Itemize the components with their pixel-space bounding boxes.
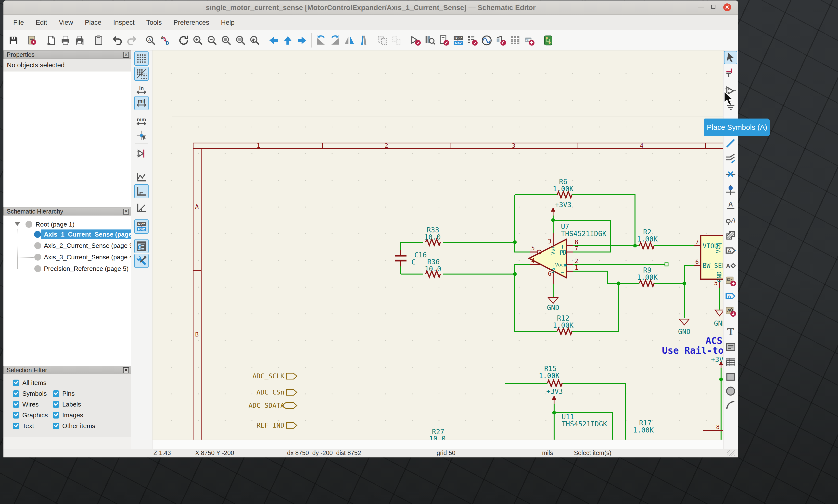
rotate-cw-icon[interactable] — [328, 33, 342, 48]
schematic-text[interactable]: 1.00K — [539, 372, 560, 380]
annotate-auto-icon[interactable]: R??R42 — [134, 219, 149, 234]
window-titlebar[interactable]: single_motor_current_sense [MotorControl… — [3, 0, 738, 15]
text-tool-icon[interactable]: T — [724, 325, 737, 339]
checkbox-checked-icon[interactable] — [53, 390, 59, 397]
schematic-text[interactable]: REF_IND — [256, 421, 285, 429]
hierarchy-panel-header[interactable]: Schematic Hierarchy ✕ — [3, 207, 131, 216]
checkbox-checked-icon[interactable] — [13, 412, 19, 418]
grid-override-icon[interactable] — [134, 67, 149, 81]
unit-mils-icon[interactable]: mil — [134, 96, 149, 110]
edit-fields-icon[interactable] — [437, 33, 451, 48]
no-connect-tool-icon[interactable] — [724, 167, 737, 181]
filter-images[interactable]: Images — [53, 411, 83, 419]
check-symbols-icon[interactable] — [408, 33, 423, 48]
plot-icon[interactable] — [72, 33, 87, 48]
schematic-text[interactable]: PD — [560, 250, 566, 256]
hierarchy-item-page[interactable]: Axis_2_Current_Sense (page 3) — [3, 241, 131, 251]
arc-tool-icon[interactable] — [724, 399, 737, 412]
undo-icon[interactable] — [110, 33, 124, 48]
properties-close-icon[interactable]: ✕ — [123, 52, 129, 58]
schematic-text[interactable]: 5 — [531, 245, 535, 252]
schematic-text[interactable]: GND — [714, 319, 723, 327]
schematic-text[interactable]: 1 — [257, 142, 260, 149]
netclass-directive-tool-icon[interactable]: A — [724, 214, 737, 227]
schematic-text[interactable]: GND — [678, 328, 691, 336]
close-button[interactable]: ✕ — [723, 3, 731, 11]
zoom-fit-icon[interactable] — [219, 33, 234, 48]
circle-tool-icon[interactable] — [724, 384, 737, 398]
refresh-icon[interactable] — [176, 33, 191, 48]
schematic-text[interactable]: B — [195, 331, 199, 338]
schematic-text[interactable]: − — [561, 268, 564, 276]
library-browser-icon[interactable] — [423, 33, 437, 48]
schematic-text[interactable]: 7 — [695, 239, 699, 246]
schematic-text[interactable]: Vocm — [555, 262, 567, 268]
filter-graphics[interactable]: Graphics — [13, 411, 48, 419]
selection-filter-close-icon[interactable]: ✕ — [123, 367, 129, 373]
zoom-selection-icon[interactable] — [247, 33, 262, 48]
nav-forward-icon[interactable] — [295, 33, 309, 48]
menu-preferences[interactable]: Preferences — [168, 15, 215, 30]
menu-view[interactable]: View — [53, 15, 79, 30]
schematic-setup-icon[interactable] — [25, 33, 39, 48]
power-arrow-3v3-2[interactable] — [552, 395, 556, 400]
schematic-text[interactable]: 4 — [531, 257, 535, 264]
schematic-text[interactable]: THS4521IDGK — [562, 420, 607, 428]
checkbox-checked-icon[interactable] — [53, 401, 59, 408]
global-label-tool-icon[interactable]: A — [724, 244, 737, 257]
hierarchy-navigator-icon[interactable] — [134, 239, 149, 253]
schematic-text[interactable]: 3 — [548, 238, 551, 245]
schematic-text[interactable]: GND — [547, 304, 560, 312]
hierarchy-item-root[interactable]: Root (page 1) — [3, 219, 131, 229]
schematic-text[interactable]: 1.00K — [553, 185, 574, 193]
schematic-text[interactable]: 2 — [575, 258, 578, 265]
schematic-text[interactable]: Use Rail-to-Rail — [662, 345, 723, 356]
schematic-text[interactable]: THS4521IDGK — [561, 230, 606, 238]
zoom-out-icon[interactable] — [205, 33, 219, 48]
schematic-text[interactable]: +3V3 — [555, 201, 571, 209]
schematic-text[interactable]: ACS7 — [706, 335, 723, 346]
grid-dots-icon[interactable] — [134, 51, 149, 66]
rotate-ccw-icon[interactable] — [314, 33, 328, 48]
schematic-text[interactable]: 8 — [575, 239, 578, 246]
sheet-pin-tool-icon[interactable]: A — [724, 305, 737, 318]
schematic-text[interactable]: 1.00K — [637, 273, 657, 282]
hierarchical-label-tool-icon[interactable]: A — [724, 259, 737, 272]
resize-grip[interactable] — [727, 450, 735, 456]
gnd-symbol-2[interactable] — [679, 319, 689, 325]
horizontal-scrollbar[interactable] — [153, 439, 723, 449]
schematic-text[interactable]: 4 — [640, 142, 643, 149]
checkbox-checked-icon[interactable] — [13, 380, 19, 386]
paste-icon[interactable] — [91, 33, 106, 48]
zoom-in-icon[interactable] — [191, 33, 205, 48]
menu-help[interactable]: Help — [215, 15, 240, 30]
mirror-v-icon[interactable] — [357, 33, 371, 48]
hv-wires-icon[interactable] — [134, 184, 149, 198]
resistor-symbol[interactable] — [639, 242, 654, 249]
tree-collapse-icon[interactable] — [15, 222, 20, 226]
pcb-editor-icon[interactable] — [541, 33, 555, 48]
free-angle-wires-icon[interactable] — [134, 170, 149, 184]
schematic-text[interactable]: 3 — [512, 142, 515, 149]
schematic-text[interactable]: ADC_SCLK — [253, 372, 285, 380]
net-label-tool-icon[interactable]: A — [724, 198, 737, 212]
hierarchical-sheet-tool-icon[interactable] — [724, 274, 737, 288]
zoom-objects-icon[interactable] — [234, 33, 247, 48]
menu-place[interactable]: Place — [79, 15, 107, 30]
schematic-text[interactable]: Vs+ — [550, 246, 556, 255]
select-tool-icon[interactable] — [724, 51, 737, 64]
schematic-text[interactable]: C — [411, 258, 415, 266]
filter-symbols[interactable]: Symbols — [13, 390, 47, 398]
simulator-icon[interactable] — [480, 33, 494, 48]
properties-panel-header[interactable]: Properties ✕ — [3, 51, 131, 59]
menu-tools[interactable]: Tools — [140, 15, 168, 30]
erc-icon[interactable] — [465, 33, 480, 48]
menu-file[interactable]: File — [7, 15, 30, 30]
schematic-canvas[interactable]: R61.00K+3V3U7THS4521IDGKR21.00KR91.00KGN… — [153, 51, 723, 439]
schematic-drawing[interactable]: R61.00K+3V3U7THS4521IDGKR21.00KR91.00KGN… — [153, 51, 723, 439]
schematic-text[interactable]: ADC_SDATA — [249, 402, 285, 410]
snap-cursor-icon[interactable] — [134, 128, 149, 143]
schematic-text[interactable]: 10.0 — [424, 233, 441, 241]
checkbox-checked-icon[interactable] — [53, 412, 59, 418]
unit-inches-icon[interactable]: in — [134, 83, 149, 97]
